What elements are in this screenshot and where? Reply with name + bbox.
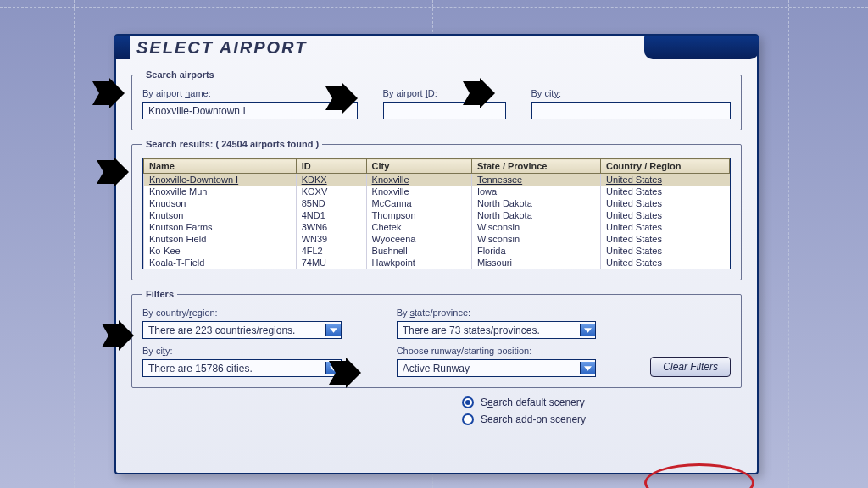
table-row[interactable]: Knoxville MunKOXVKnoxvilleIowaUnited Sta… (144, 186, 730, 197)
radio-addon-scenery-label: Search add-on scenery (481, 413, 586, 425)
by-city-input[interactable] (531, 102, 731, 119)
cell-state: Missouri (471, 257, 600, 269)
table-row[interactable]: Knudson85NDMcCannaNorth DakotaUnited Sta… (144, 197, 730, 209)
search-results-group: Search results: ( 24504 airports found )… (131, 139, 742, 280)
cell-country: United States (600, 245, 729, 257)
col-state[interactable]: State / Province (471, 159, 600, 174)
cell-id: 85ND (296, 197, 366, 209)
radio-default-scenery[interactable]: Search default scenery (462, 396, 742, 408)
titlebar: SELECT AIRPORT (116, 36, 757, 59)
filter-country-combo[interactable]: There are 223 countries/regions. (142, 321, 342, 339)
cell-name: Knoxville Mun (144, 186, 297, 197)
cell-id: WN39 (296, 233, 366, 245)
search-results-legend: Search results: ( 24504 airports found ) (142, 139, 322, 149)
cell-state: Wisconsin (471, 221, 600, 233)
cell-name: Koala-T-Field (144, 257, 297, 269)
radio-dot-icon (462, 396, 474, 408)
radio-dot-icon (462, 413, 474, 425)
cell-city: Thompson (366, 209, 471, 221)
filter-state-label: By state/province: (397, 308, 629, 318)
cell-city: Knoxville (366, 174, 471, 186)
cell-id: 4FL2 (296, 245, 366, 257)
cell-state: North Dakota (471, 197, 600, 209)
chevron-down-icon (326, 324, 341, 336)
cell-state: North Dakota (471, 209, 600, 221)
by-airport-id-input[interactable] (383, 102, 506, 119)
cell-city: Bushnell (366, 245, 471, 257)
chevron-down-icon (326, 362, 341, 374)
cell-country: United States (600, 209, 729, 221)
cell-country: United States (600, 257, 729, 269)
col-id[interactable]: ID (296, 159, 366, 174)
filter-runway-label: Choose runway/starting position: (397, 346, 629, 356)
col-city[interactable]: City (366, 159, 471, 174)
cell-name: Knutson Field (144, 233, 297, 245)
filter-runway-combo[interactable]: Active Runway (397, 359, 596, 377)
by-city-label: By city: (531, 88, 731, 98)
cell-city: Chetek (366, 221, 471, 233)
clear-filters-button[interactable]: Clear Filters (650, 357, 731, 377)
select-airport-dialog: SELECT AIRPORT Search airports By airpor… (114, 34, 759, 474)
radio-addon-scenery[interactable]: Search add-on scenery (462, 413, 742, 425)
cell-state: Wisconsin (471, 233, 600, 245)
col-name[interactable]: Name (144, 159, 297, 174)
chevron-down-icon (580, 324, 595, 336)
by-airport-id-label: By airport ID: (383, 88, 506, 98)
scenery-radio-group: Search default scenery Search add-on sce… (462, 396, 742, 425)
by-airport-name-input[interactable] (142, 102, 358, 119)
radio-default-scenery-label: Search default scenery (481, 396, 585, 408)
cell-state: Tennessee (471, 174, 600, 186)
table-row[interactable]: Knutson4ND1ThompsonNorth DakotaUnited St… (144, 209, 730, 221)
filter-country-label: By country/region: (142, 308, 375, 318)
cell-country: United States (600, 186, 729, 197)
table-row[interactable]: Koala-T-Field74MUHawkpointMissouriUnited… (144, 257, 730, 269)
col-country[interactable]: Country / Region (600, 159, 729, 174)
filters-legend: Filters (142, 289, 177, 299)
dialog-title: SELECT AIRPORT (136, 38, 307, 58)
cell-country: United States (600, 174, 729, 186)
cell-id: KDKX (296, 174, 366, 186)
cell-name: Ko-Kee (144, 245, 297, 257)
cell-country: United States (600, 197, 729, 209)
cell-id: KOXV (296, 186, 366, 197)
results-table: Name ID City State / Province Country / … (143, 158, 730, 269)
filters-group: Filters By country/region: There are 223… (131, 289, 742, 388)
cell-id: 4ND1 (296, 209, 366, 221)
cell-country: United States (600, 233, 729, 245)
chevron-down-icon (580, 362, 595, 374)
by-airport-name-label: By airport name: (142, 88, 358, 98)
cell-name: Knudson (144, 197, 297, 209)
filter-city-label: By city: (142, 346, 375, 356)
cell-id: 3WN6 (296, 221, 366, 233)
cell-city: Hawkpoint (366, 257, 471, 269)
search-airports-legend: Search airports (142, 69, 218, 80)
cell-id: 74MU (296, 257, 366, 269)
cell-city: Knoxville (366, 186, 471, 197)
table-row[interactable]: Knoxville-Downtown IKDKXKnoxvilleTenness… (144, 174, 730, 186)
filter-city-combo[interactable]: There are 15786 cities. (142, 359, 342, 377)
cell-name: Knutson Farms (144, 221, 297, 233)
cell-state: Iowa (471, 186, 600, 197)
cell-state: Florida (471, 245, 600, 257)
table-row[interactable]: Knutson FieldWN39WyoceenaWisconsinUnited… (144, 233, 730, 245)
table-row[interactable]: Ko-Kee4FL2BushnellFloridaUnited States (144, 245, 730, 257)
filter-state-combo[interactable]: There are 73 states/provinces. (397, 321, 596, 339)
cell-city: McCanna (366, 197, 471, 209)
results-table-wrap[interactable]: Name ID City State / Province Country / … (142, 158, 731, 269)
cell-city: Wyoceena (366, 233, 471, 245)
cell-country: United States (600, 221, 729, 233)
cell-name: Knoxville-Downtown I (144, 174, 297, 186)
cell-name: Knutson (144, 209, 297, 221)
search-airports-group: Search airports By airport name: By airp… (131, 69, 742, 130)
table-row[interactable]: Knutson Farms3WN6ChetekWisconsinUnited S… (144, 221, 730, 233)
